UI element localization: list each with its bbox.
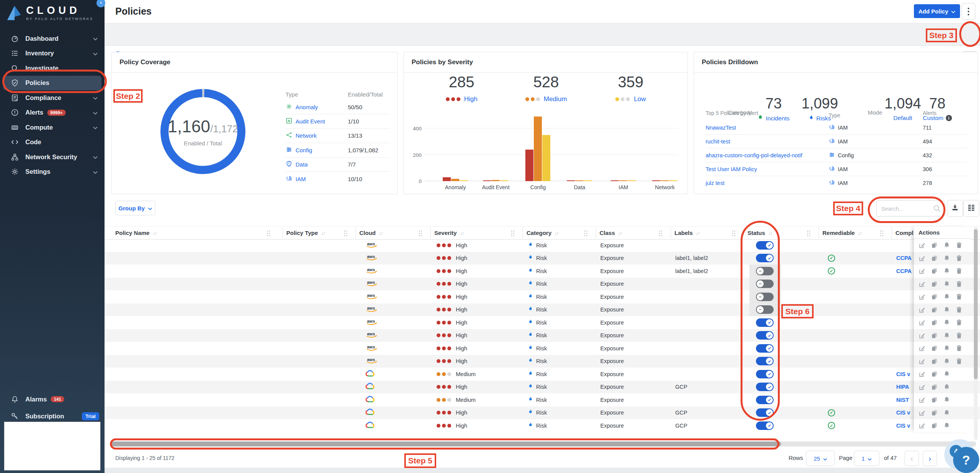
- severity-stat-link[interactable]: Medium: [544, 95, 567, 103]
- horizontal-scrollbar-thumb[interactable]: [111, 441, 781, 446]
- drag-handle-icon[interactable]: [583, 230, 588, 238]
- drag-handle-icon[interactable]: [879, 230, 884, 238]
- edit-action-button[interactable]: [919, 409, 926, 416]
- table-row[interactable]: HighRiskExposureGCPHIPA: [105, 381, 980, 394]
- sort-icon[interactable]: ↓↑: [858, 231, 862, 236]
- edit-action-button[interactable]: [919, 241, 926, 249]
- cell-compliance[interactable]: [896, 239, 914, 252]
- alert-action-button[interactable]: [943, 319, 950, 326]
- column-header-status[interactable]: Status↓↑: [747, 227, 817, 239]
- cell-compliance[interactable]: [896, 355, 914, 368]
- column-header-remediable[interactable]: Remediable↓↑: [822, 227, 890, 239]
- status-toggle[interactable]: [756, 370, 774, 378]
- delete-action-button[interactable]: [955, 332, 963, 339]
- sort-icon[interactable]: ↓↑: [618, 231, 622, 236]
- delete-action-button[interactable]: [955, 267, 963, 275]
- alert-action-button[interactable]: [943, 370, 950, 378]
- clone-action-button[interactable]: [931, 319, 938, 326]
- drag-handle-icon[interactable]: [658, 230, 663, 238]
- cell-compliance[interactable]: NIST: [896, 393, 914, 406]
- status-toggle[interactable]: [756, 408, 774, 417]
- sidebar-item-policies[interactable]: Policies: [3, 76, 101, 91]
- status-toggle[interactable]: [756, 254, 774, 262]
- status-toggle[interactable]: [756, 293, 774, 301]
- status-toggle[interactable]: [756, 344, 774, 353]
- delete-action-button[interactable]: [955, 255, 963, 262]
- delete-action-button[interactable]: [955, 293, 963, 300]
- clone-action-button[interactable]: [931, 267, 938, 275]
- drag-handle-icon[interactable]: [806, 230, 811, 238]
- sidebar-item-dashboard[interactable]: Dashboard: [0, 31, 105, 46]
- cell-compliance[interactable]: CIS v: [896, 368, 914, 381]
- sidebar-item-code[interactable]: Code: [0, 135, 105, 150]
- column-header-severity[interactable]: Severity↓↑: [434, 227, 521, 239]
- table-row[interactable]: awsHighRiskExposure: [105, 316, 980, 329]
- edit-action-button[interactable]: [919, 345, 926, 352]
- alert-action-button[interactable]: [943, 267, 950, 275]
- drag-handle-icon[interactable]: [343, 230, 348, 238]
- add-policy-button[interactable]: Add Policy: [914, 4, 960, 18]
- rows-per-page-select[interactable]: 25: [806, 451, 835, 466]
- coverage-type-link[interactable]: Anomaly: [286, 103, 348, 111]
- column-header-class[interactable]: Class↓↑: [600, 227, 669, 239]
- sidebar-item-settings[interactable]: Settings: [0, 165, 105, 180]
- severity-stat-link[interactable]: High: [464, 95, 478, 103]
- table-row[interactable]: HighRiskExposureGCP✓CIS v: [105, 419, 980, 432]
- coverage-type-link[interactable]: Data: [286, 160, 348, 168]
- drag-handle-icon[interactable]: [266, 230, 271, 238]
- edit-action-button[interactable]: [919, 293, 926, 300]
- alert-action-button[interactable]: [943, 383, 950, 391]
- sidebar-item-compliance[interactable]: Compliance: [0, 90, 105, 105]
- sort-icon[interactable]: ↓↑: [768, 231, 772, 236]
- clone-action-button[interactable]: [931, 422, 938, 429]
- next-page-button[interactable]: ›: [923, 451, 937, 466]
- column-header-compliance[interactable]: Compliance: [895, 227, 913, 239]
- clone-action-button[interactable]: [931, 280, 938, 288]
- edit-action-button[interactable]: [919, 383, 926, 391]
- edit-action-button[interactable]: [919, 319, 926, 326]
- alert-action-button[interactable]: [943, 358, 950, 365]
- status-toggle[interactable]: [756, 421, 774, 430]
- previous-page-button[interactable]: ‹: [905, 451, 919, 466]
- edit-action-button[interactable]: [919, 306, 926, 313]
- sort-icon[interactable]: ↓↑: [321, 231, 325, 236]
- delete-action-button[interactable]: [955, 345, 963, 352]
- edit-action-button[interactable]: [919, 370, 926, 378]
- edit-action-button[interactable]: [919, 332, 926, 339]
- edit-action-button[interactable]: [919, 358, 926, 365]
- table-row[interactable]: awsHighRiskExposure: [105, 303, 980, 316]
- sort-icon[interactable]: ↓↑: [153, 231, 156, 236]
- page-select[interactable]: 1: [854, 451, 879, 466]
- column-header-policy_name[interactable]: Policy Name↓↑: [115, 227, 277, 239]
- column-header-category[interactable]: Category↓↑: [527, 227, 594, 239]
- cell-compliance[interactable]: HIPA: [896, 381, 914, 394]
- table-row[interactable]: awsHighRiskExposure: [105, 278, 980, 291]
- clone-action-button[interactable]: [931, 345, 938, 352]
- drag-handle-icon[interactable]: [418, 230, 423, 238]
- sidebar-item-alarms[interactable]: Alarms141: [0, 391, 105, 408]
- top5-policy-link[interactable]: Test User IAM Policy: [706, 166, 829, 172]
- top5-policy-link[interactable]: NnawazTest: [706, 125, 829, 131]
- clone-action-button[interactable]: [931, 358, 938, 365]
- cell-compliance[interactable]: CIS v: [896, 419, 914, 432]
- severity-stat-link[interactable]: Low: [634, 95, 646, 103]
- clone-action-button[interactable]: [931, 306, 938, 313]
- table-row[interactable]: awsHighRiskExposure: [105, 355, 980, 368]
- edit-action-button[interactable]: [919, 422, 926, 429]
- table-row[interactable]: awsHighRiskExposurelabel1, label2✓CCPA: [105, 265, 980, 278]
- sidebar-item-inventory[interactable]: Inventory: [0, 46, 105, 61]
- sort-icon[interactable]: ↓↑: [696, 231, 700, 236]
- clone-action-button[interactable]: [931, 396, 938, 403]
- column-header-cloud[interactable]: Cloud↓↑: [359, 227, 429, 239]
- delete-action-button[interactable]: [955, 241, 963, 249]
- alert-action-button[interactable]: [943, 306, 950, 313]
- cell-compliance[interactable]: CCPA: [896, 265, 914, 278]
- table-row[interactable]: MediumRiskExposureNIST: [105, 393, 980, 406]
- status-toggle[interactable]: [756, 396, 774, 404]
- table-row[interactable]: MediumRiskExposureCIS v: [105, 368, 980, 381]
- alert-action-button[interactable]: [943, 422, 950, 429]
- table-row[interactable]: awsHighRiskExposurelabel1, label2✓CCPA: [105, 252, 980, 265]
- table-row[interactable]: awsHighRiskExposure: [105, 342, 980, 355]
- status-toggle[interactable]: [756, 267, 774, 275]
- more-options-button[interactable]: [962, 3, 975, 20]
